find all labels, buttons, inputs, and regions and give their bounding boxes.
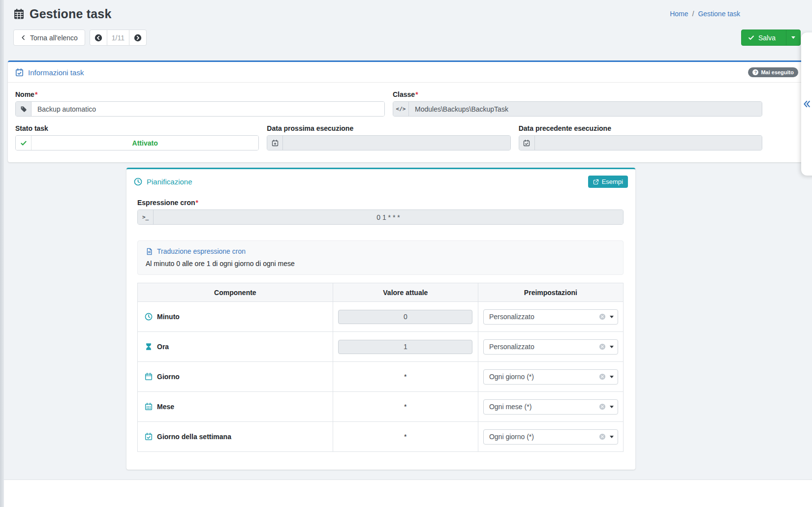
schedule-title-text: Pianificazione: [147, 178, 192, 186]
breadcrumb-current-link[interactable]: Gestione task: [698, 10, 740, 18]
cron-translation-title: Traduzione espressione cron: [146, 247, 615, 255]
clear-icon[interactable]: [599, 313, 606, 320]
task-info-card: Informazioni task ? Mai eseguito Nome* B…: [8, 60, 803, 162]
toolbar: Torna all'elenco 1/11: [13, 30, 801, 46]
preset-select[interactable]: Ogni mese (*): [483, 399, 618, 415]
cron-table-body: Minuto0PersonalizzatoOra1PersonalizzatoG…: [138, 302, 624, 452]
record-pager: 1/11: [90, 30, 147, 46]
caret-down-icon: [610, 406, 614, 408]
caret-down-icon: [610, 436, 614, 438]
stato-value: Attivato: [31, 136, 258, 150]
col-header-valore-attuale: Valore attuale: [333, 283, 478, 302]
component-label: Ora: [157, 343, 169, 351]
save-split-button: Salva: [741, 30, 801, 46]
arrow-circle-right-icon: [134, 34, 142, 42]
clear-icon[interactable]: [599, 373, 606, 380]
caret-down-icon: [610, 376, 614, 378]
page-title: Gestione task: [13, 7, 112, 21]
save-dropdown-toggle[interactable]: [786, 30, 800, 45]
data-prossima-input: [283, 136, 510, 150]
check-icon: [748, 34, 754, 41]
footer: [0, 479, 812, 507]
required-mark: *: [35, 90, 37, 98]
table-row: Minuto0Personalizzato: [138, 302, 624, 332]
field-data-precedente: Data precedente esecuzione: [519, 124, 762, 150]
toolbar-left: Torna all'elenco 1/11: [13, 30, 147, 46]
cron-translation-box: Traduzione espressione cron Al minuto 0 …: [137, 240, 624, 275]
cron-label: Espressione cron: [137, 199, 195, 207]
arrow-circle-left-icon: [94, 34, 102, 42]
prev-record-button[interactable]: [90, 30, 107, 46]
breadcrumb-separator: /: [692, 10, 694, 18]
stato-label: Stato task: [15, 124, 259, 132]
calendar-check-icon: [519, 136, 535, 150]
angle-double-left-icon[interactable]: [803, 100, 811, 108]
task-info-body: Nome* Backup automatico Classe* </>: [8, 83, 803, 162]
field-stato: Stato task Attivato: [15, 124, 259, 150]
required-mark: *: [415, 90, 418, 98]
nome-label: Nome: [15, 90, 34, 98]
cron-components-table: Componente Valore attuale Preimpostazion…: [137, 283, 624, 452]
value-text: *: [404, 373, 406, 381]
calendar-check-icon: [15, 68, 24, 77]
question-circle-icon: ?: [752, 69, 758, 75]
field-data-prossima: Data prossima esecuzione: [267, 124, 510, 150]
cron-translation-text: Al minuto 0 alle ore 1 di ogni giorno di…: [146, 260, 615, 268]
classe-label: Classe: [393, 90, 415, 98]
clear-icon[interactable]: [599, 433, 606, 440]
topbar: Gestione task Home / Gestione task: [0, 0, 812, 21]
task-info-title: Informazioni task: [15, 68, 84, 77]
caret-down-icon: [610, 316, 614, 318]
schedule-card: Pianificazione Esempi Espressione cron* …: [126, 168, 635, 470]
field-classe: Classe* </> Modules\Backups\BackupTask: [393, 90, 762, 117]
sidebar-edge: [0, 0, 4, 507]
value-input[interactable]: 0: [338, 310, 472, 324]
value-text: *: [404, 403, 406, 411]
task-edit-page: Gestione task Home / Gestione task Torna…: [0, 0, 812, 507]
table-header-row: Componente Valore attuale Preimpostazion…: [138, 283, 624, 302]
calendar-plus-icon: [267, 136, 283, 150]
col-header-componente: Componente: [138, 283, 333, 302]
caret-down-icon: [610, 346, 614, 348]
calendar-icon: [145, 373, 153, 381]
clear-icon[interactable]: [599, 343, 606, 350]
save-button[interactable]: Salva: [742, 30, 782, 45]
nome-input[interactable]: Backup automatico: [31, 102, 384, 116]
back-to-list-label: Torna all'elenco: [30, 34, 78, 42]
preset-select[interactable]: Ogni giorno (*): [483, 429, 618, 445]
page-title-text: Gestione task: [30, 7, 112, 21]
schedule-body: Espressione cron* >_ 0 1 * * * Traduzion…: [126, 191, 635, 470]
task-info-header: Informazioni task ? Mai eseguito: [8, 62, 803, 83]
preset-select[interactable]: Personalizzato: [483, 339, 618, 355]
calendar-icon: [13, 8, 25, 20]
check-icon: [16, 136, 31, 150]
next-record-button[interactable]: [129, 30, 147, 46]
right-flyout-panel: [801, 32, 812, 176]
examples-button[interactable]: Esempi: [588, 176, 628, 188]
classe-input: Modules\Backups\BackupTask: [409, 102, 762, 116]
code-icon: </>: [393, 102, 409, 116]
field-nome: Nome* Backup automatico: [15, 90, 385, 117]
schedule-header: Pianificazione Esempi: [126, 169, 635, 191]
stato-toggle[interactable]: Attivato: [15, 135, 259, 150]
required-mark: *: [196, 199, 198, 207]
breadcrumb: Home / Gestione task: [670, 10, 740, 18]
hourglass-icon: [145, 343, 153, 351]
cron-expression-input[interactable]: 0 1 * * *: [154, 210, 623, 224]
calendar-alt-icon: [145, 403, 153, 411]
never-executed-badge: ? Mai eseguito: [748, 67, 798, 77]
table-row: Ora1Personalizzato: [138, 332, 624, 362]
preset-select[interactable]: Ogni giorno (*): [483, 369, 618, 385]
back-to-list-button[interactable]: Torna all'elenco: [13, 30, 85, 46]
file-language-icon: [146, 248, 153, 255]
value-text: *: [404, 433, 406, 441]
preset-select[interactable]: Personalizzato: [483, 309, 618, 325]
value-input[interactable]: 1: [338, 340, 472, 354]
clear-icon[interactable]: [599, 403, 606, 410]
caret-down-icon: [791, 36, 795, 39]
component-label: Giorno: [157, 373, 180, 381]
data-prossima-label: Data prossima esecuzione: [267, 124, 510, 132]
breadcrumb-home-link[interactable]: Home: [670, 10, 688, 18]
calendar-check-icon: [145, 433, 153, 441]
table-row: Giorno*Ogni giorno (*): [138, 362, 624, 392]
